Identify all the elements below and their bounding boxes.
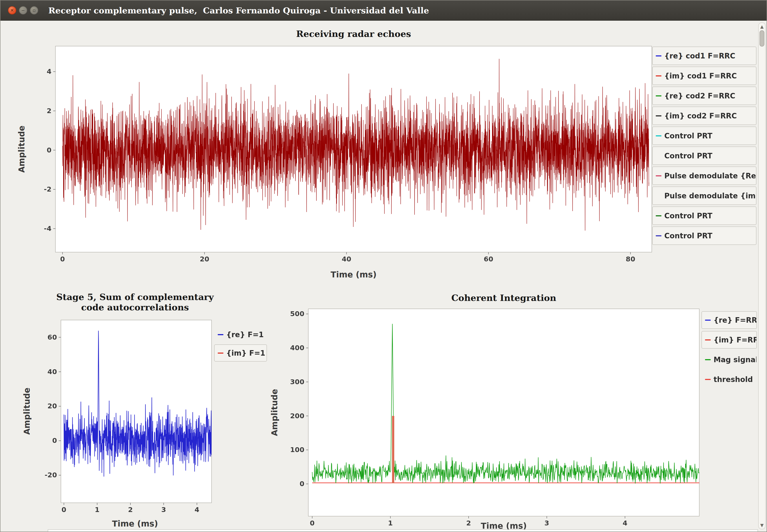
legend-item: Control PRT [652, 127, 756, 145]
autocorrelation-chart[interactable] [39, 317, 215, 518]
legend-swatch [656, 115, 662, 116]
legend-label: Control PRT [664, 232, 713, 240]
legend-label: {re} F=1 [226, 330, 264, 339]
legend-swatch [656, 235, 662, 236]
legend-item: {re} cod2 F=RRC [652, 87, 756, 105]
legend-swatch [656, 195, 662, 196]
window-title: Receptor complementary pulse, Carlos Fer… [48, 5, 429, 15]
legend-label: {im} cod1 F=RRC [664, 72, 737, 80]
chart-title-coherent-integration: Coherent Integration [451, 293, 556, 303]
legend-label: {re} F=RRC [714, 316, 757, 324]
window-titlebar: ✕ − ▫ Receptor complementary pulse, Carl… [0, 0, 767, 21]
maximize-button[interactable]: ▫ [30, 6, 38, 14]
legend-label: {im} F=1 [226, 349, 265, 357]
legend-label: Control PRT [664, 132, 713, 140]
legend-swatch [656, 75, 662, 76]
chart-title-autocorrelation: Stage 5, Sum of complementary code autoc… [56, 292, 214, 312]
legend-label: {im} cod2 F=RRC [664, 112, 737, 120]
legend-item: Control PRT [652, 147, 756, 165]
close-button[interactable]: ✕ [8, 6, 16, 14]
legend-swatch [218, 353, 224, 354]
legend-item: {im} cod2 F=RRC [652, 107, 756, 125]
coherent-integration-ylabel: Amplitude [270, 389, 279, 436]
scroll-down-icon[interactable]: ▼ [759, 522, 765, 528]
legend-swatch [656, 135, 662, 136]
radar-echoes-xlabel: Time (ms) [331, 270, 377, 279]
legend-swatch [656, 55, 662, 56]
legend-label: {re} cod2 F=RRC [664, 92, 735, 100]
legend-item: Control PRT [652, 206, 756, 225]
legend-label: Pulse demodulate {Re} [664, 172, 756, 180]
legend-label: Control PRT [664, 212, 713, 220]
legend-label: {re} cod1 F=RRC [664, 52, 735, 60]
legend-item: {re} F=RRC [702, 311, 757, 329]
legend-swatch [656, 155, 662, 156]
legend-item: {im} F=RRC [702, 331, 757, 349]
legend-label: Mag signal [714, 355, 757, 364]
radar-echoes-legend: {re} cod1 F=RRC{im} cod1 F=RRC{re} cod2 … [652, 47, 756, 246]
minimize-button[interactable]: − [19, 6, 27, 14]
legend-item: Mag signal [702, 351, 757, 368]
legend-item: threshold [702, 371, 757, 388]
scrollbar[interactable]: ▲ ▼ [758, 22, 766, 529]
autocorrelation-ylabel: Amplitude [22, 388, 32, 435]
legend-item: Pulse demodulate {im} [652, 186, 756, 205]
legend-swatch [656, 95, 662, 96]
legend-label: Control PRT [664, 152, 713, 160]
legend-swatch [705, 339, 711, 340]
autocorrelation-xlabel: Time (ms) [112, 519, 158, 528]
scrollbar-thumb[interactable] [760, 30, 764, 47]
partial-widget [48, 529, 758, 532]
radar-echoes-chart[interactable] [33, 43, 655, 268]
legend-item: {im} F=1 [214, 344, 267, 362]
coherent-integration-legend: {re} F=RRC{im} F=RRCMag signalthreshold [702, 311, 757, 390]
legend-swatch [705, 359, 711, 360]
legend-swatch [218, 334, 224, 335]
legend-label: {im} F=RRC [714, 336, 757, 344]
legend-item: {re} F=1 [214, 326, 267, 343]
legend-swatch [656, 215, 662, 216]
legend-swatch [656, 175, 662, 176]
chart-title-radar-echoes: Receiving radar echoes [296, 29, 411, 39]
legend-swatch [705, 320, 711, 321]
legend-swatch [705, 379, 711, 380]
legend-label: Pulse demodulate {im} [664, 192, 756, 200]
legend-label: threshold [714, 375, 753, 384]
coherent-integration-chart[interactable] [286, 306, 703, 532]
radar-echoes-ylabel: Amplitude [17, 126, 26, 173]
legend-item: Pulse demodulate {Re} [652, 166, 756, 185]
legend-item: {im} cod1 F=RRC [652, 67, 756, 85]
legend-item: {re} cod1 F=RRC [652, 47, 756, 65]
autocorrelation-legend: {re} F=1{im} F=1 [214, 326, 267, 363]
legend-item: Control PRT [652, 226, 756, 245]
scroll-up-icon[interactable]: ▲ [759, 24, 765, 29]
